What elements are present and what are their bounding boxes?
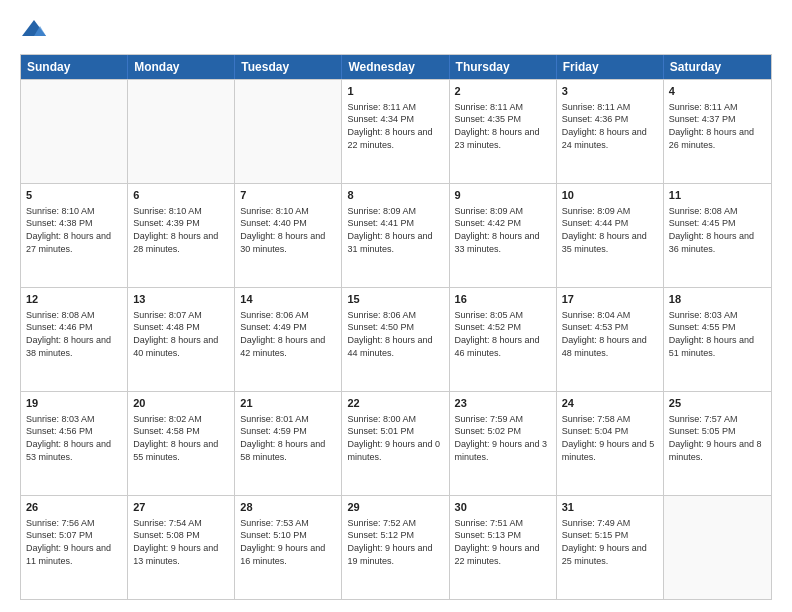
cell-info: Sunrise: 8:07 AM Sunset: 4:48 PM Dayligh… <box>133 309 229 359</box>
day-number: 23 <box>455 396 551 411</box>
day-number: 7 <box>240 188 336 203</box>
calendar-cell: 21Sunrise: 8:01 AM Sunset: 4:59 PM Dayli… <box>235 392 342 495</box>
calendar-cell: 8Sunrise: 8:09 AM Sunset: 4:41 PM Daylig… <box>342 184 449 287</box>
day-number: 15 <box>347 292 443 307</box>
calendar-cell: 28Sunrise: 7:53 AM Sunset: 5:10 PM Dayli… <box>235 496 342 599</box>
day-number: 5 <box>26 188 122 203</box>
day-number: 14 <box>240 292 336 307</box>
calendar-cell: 14Sunrise: 8:06 AM Sunset: 4:49 PM Dayli… <box>235 288 342 391</box>
cell-info: Sunrise: 8:05 AM Sunset: 4:52 PM Dayligh… <box>455 309 551 359</box>
day-number: 4 <box>669 84 766 99</box>
calendar-cell <box>21 80 128 183</box>
weekday-header: Saturday <box>664 55 771 79</box>
cell-info: Sunrise: 7:57 AM Sunset: 5:05 PM Dayligh… <box>669 413 766 463</box>
calendar-cell: 7Sunrise: 8:10 AM Sunset: 4:40 PM Daylig… <box>235 184 342 287</box>
cell-info: Sunrise: 8:11 AM Sunset: 4:35 PM Dayligh… <box>455 101 551 151</box>
logo <box>20 16 52 44</box>
cell-info: Sunrise: 8:11 AM Sunset: 4:34 PM Dayligh… <box>347 101 443 151</box>
day-number: 16 <box>455 292 551 307</box>
cell-info: Sunrise: 7:56 AM Sunset: 5:07 PM Dayligh… <box>26 517 122 567</box>
weekday-header: Friday <box>557 55 664 79</box>
day-number: 10 <box>562 188 658 203</box>
day-number: 31 <box>562 500 658 515</box>
calendar-cell: 20Sunrise: 8:02 AM Sunset: 4:58 PM Dayli… <box>128 392 235 495</box>
cell-info: Sunrise: 8:08 AM Sunset: 4:46 PM Dayligh… <box>26 309 122 359</box>
calendar-cell: 23Sunrise: 7:59 AM Sunset: 5:02 PM Dayli… <box>450 392 557 495</box>
calendar-body: 1Sunrise: 8:11 AM Sunset: 4:34 PM Daylig… <box>21 79 771 599</box>
cell-info: Sunrise: 7:51 AM Sunset: 5:13 PM Dayligh… <box>455 517 551 567</box>
calendar-cell: 27Sunrise: 7:54 AM Sunset: 5:08 PM Dayli… <box>128 496 235 599</box>
calendar-cell: 30Sunrise: 7:51 AM Sunset: 5:13 PM Dayli… <box>450 496 557 599</box>
calendar-header: SundayMondayTuesdayWednesdayThursdayFrid… <box>21 55 771 79</box>
cell-info: Sunrise: 8:09 AM Sunset: 4:44 PM Dayligh… <box>562 205 658 255</box>
day-number: 19 <box>26 396 122 411</box>
calendar-cell: 15Sunrise: 8:06 AM Sunset: 4:50 PM Dayli… <box>342 288 449 391</box>
cell-info: Sunrise: 8:10 AM Sunset: 4:39 PM Dayligh… <box>133 205 229 255</box>
cell-info: Sunrise: 8:04 AM Sunset: 4:53 PM Dayligh… <box>562 309 658 359</box>
cell-info: Sunrise: 8:03 AM Sunset: 4:56 PM Dayligh… <box>26 413 122 463</box>
day-number: 26 <box>26 500 122 515</box>
calendar-cell: 2Sunrise: 8:11 AM Sunset: 4:35 PM Daylig… <box>450 80 557 183</box>
day-number: 30 <box>455 500 551 515</box>
logo-icon <box>20 16 48 44</box>
calendar-cell: 18Sunrise: 8:03 AM Sunset: 4:55 PM Dayli… <box>664 288 771 391</box>
day-number: 6 <box>133 188 229 203</box>
page: SundayMondayTuesdayWednesdayThursdayFrid… <box>0 0 792 612</box>
calendar-cell: 3Sunrise: 8:11 AM Sunset: 4:36 PM Daylig… <box>557 80 664 183</box>
calendar-cell: 16Sunrise: 8:05 AM Sunset: 4:52 PM Dayli… <box>450 288 557 391</box>
calendar-cell: 17Sunrise: 8:04 AM Sunset: 4:53 PM Dayli… <box>557 288 664 391</box>
calendar-cell: 1Sunrise: 8:11 AM Sunset: 4:34 PM Daylig… <box>342 80 449 183</box>
day-number: 28 <box>240 500 336 515</box>
day-number: 29 <box>347 500 443 515</box>
calendar-row: 26Sunrise: 7:56 AM Sunset: 5:07 PM Dayli… <box>21 495 771 599</box>
calendar-cell: 26Sunrise: 7:56 AM Sunset: 5:07 PM Dayli… <box>21 496 128 599</box>
cell-info: Sunrise: 8:01 AM Sunset: 4:59 PM Dayligh… <box>240 413 336 463</box>
day-number: 27 <box>133 500 229 515</box>
day-number: 22 <box>347 396 443 411</box>
header <box>20 16 772 44</box>
day-number: 21 <box>240 396 336 411</box>
calendar-cell: 31Sunrise: 7:49 AM Sunset: 5:15 PM Dayli… <box>557 496 664 599</box>
cell-info: Sunrise: 7:53 AM Sunset: 5:10 PM Dayligh… <box>240 517 336 567</box>
cell-info: Sunrise: 8:11 AM Sunset: 4:37 PM Dayligh… <box>669 101 766 151</box>
calendar-cell: 9Sunrise: 8:09 AM Sunset: 4:42 PM Daylig… <box>450 184 557 287</box>
cell-info: Sunrise: 8:11 AM Sunset: 4:36 PM Dayligh… <box>562 101 658 151</box>
day-number: 20 <box>133 396 229 411</box>
day-number: 9 <box>455 188 551 203</box>
calendar-cell: 6Sunrise: 8:10 AM Sunset: 4:39 PM Daylig… <box>128 184 235 287</box>
day-number: 13 <box>133 292 229 307</box>
weekday-header: Tuesday <box>235 55 342 79</box>
calendar-cell: 11Sunrise: 8:08 AM Sunset: 4:45 PM Dayli… <box>664 184 771 287</box>
cell-info: Sunrise: 7:58 AM Sunset: 5:04 PM Dayligh… <box>562 413 658 463</box>
calendar-cell: 13Sunrise: 8:07 AM Sunset: 4:48 PM Dayli… <box>128 288 235 391</box>
calendar-row: 12Sunrise: 8:08 AM Sunset: 4:46 PM Dayli… <box>21 287 771 391</box>
cell-info: Sunrise: 8:00 AM Sunset: 5:01 PM Dayligh… <box>347 413 443 463</box>
cell-info: Sunrise: 8:03 AM Sunset: 4:55 PM Dayligh… <box>669 309 766 359</box>
calendar-cell: 24Sunrise: 7:58 AM Sunset: 5:04 PM Dayli… <box>557 392 664 495</box>
day-number: 1 <box>347 84 443 99</box>
day-number: 17 <box>562 292 658 307</box>
calendar-row: 5Sunrise: 8:10 AM Sunset: 4:38 PM Daylig… <box>21 183 771 287</box>
calendar-cell: 29Sunrise: 7:52 AM Sunset: 5:12 PM Dayli… <box>342 496 449 599</box>
calendar-row: 19Sunrise: 8:03 AM Sunset: 4:56 PM Dayli… <box>21 391 771 495</box>
cell-info: Sunrise: 8:02 AM Sunset: 4:58 PM Dayligh… <box>133 413 229 463</box>
cell-info: Sunrise: 8:10 AM Sunset: 4:38 PM Dayligh… <box>26 205 122 255</box>
calendar: SundayMondayTuesdayWednesdayThursdayFrid… <box>20 54 772 600</box>
calendar-cell: 19Sunrise: 8:03 AM Sunset: 4:56 PM Dayli… <box>21 392 128 495</box>
calendar-cell: 22Sunrise: 8:00 AM Sunset: 5:01 PM Dayli… <box>342 392 449 495</box>
calendar-cell <box>128 80 235 183</box>
cell-info: Sunrise: 8:10 AM Sunset: 4:40 PM Dayligh… <box>240 205 336 255</box>
calendar-cell <box>235 80 342 183</box>
weekday-header: Sunday <box>21 55 128 79</box>
calendar-cell: 4Sunrise: 8:11 AM Sunset: 4:37 PM Daylig… <box>664 80 771 183</box>
cell-info: Sunrise: 8:08 AM Sunset: 4:45 PM Dayligh… <box>669 205 766 255</box>
cell-info: Sunrise: 7:49 AM Sunset: 5:15 PM Dayligh… <box>562 517 658 567</box>
cell-info: Sunrise: 7:59 AM Sunset: 5:02 PM Dayligh… <box>455 413 551 463</box>
day-number: 24 <box>562 396 658 411</box>
day-number: 11 <box>669 188 766 203</box>
cell-info: Sunrise: 8:09 AM Sunset: 4:42 PM Dayligh… <box>455 205 551 255</box>
day-number: 2 <box>455 84 551 99</box>
cell-info: Sunrise: 8:09 AM Sunset: 4:41 PM Dayligh… <box>347 205 443 255</box>
cell-info: Sunrise: 8:06 AM Sunset: 4:49 PM Dayligh… <box>240 309 336 359</box>
cell-info: Sunrise: 8:06 AM Sunset: 4:50 PM Dayligh… <box>347 309 443 359</box>
